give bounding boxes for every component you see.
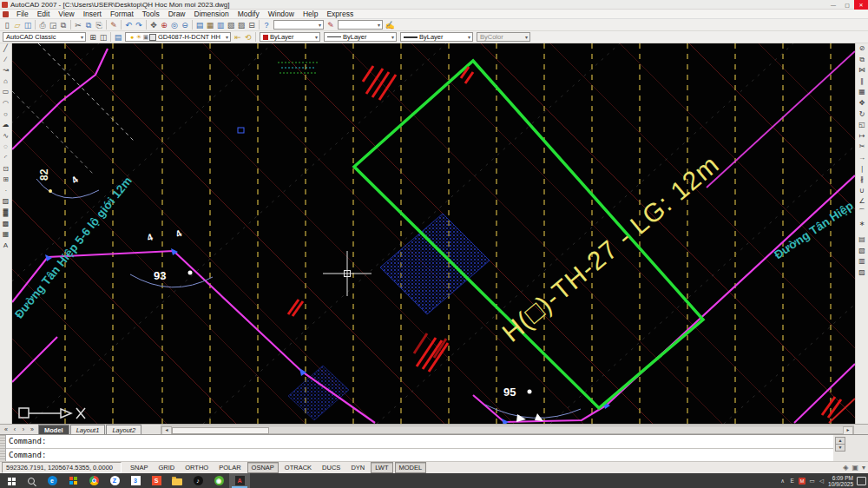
tab-nav-3[interactable]: » (28, 426, 36, 432)
express-pencil-icon[interactable]: ✎ (326, 20, 336, 30)
taskbar-app-3-icon[interactable]: 3 (125, 473, 146, 488)
minimize-button[interactable]: — (826, 0, 840, 10)
workspace-save-icon[interactable]: ◫ (98, 32, 108, 43)
node-label-82[interactable]: 82 (38, 168, 50, 181)
status-toggle-snap[interactable]: SNAP (126, 462, 152, 473)
designcenter-icon[interactable]: ▦ (205, 20, 215, 30)
status-toggle-polar[interactable]: POLAR (214, 462, 245, 473)
hatch-icon[interactable]: ▨ (1, 196, 11, 208)
copy-icon[interactable]: ⧉ (857, 55, 867, 66)
multiline-text-icon[interactable]: A (1, 241, 11, 252)
menu-insert[interactable]: Insert (79, 10, 106, 19)
zoom-window-icon[interactable]: ◎ (169, 20, 180, 30)
road-polyline[interactable] (12, 337, 57, 382)
trim-icon[interactable]: ✂ (857, 142, 867, 153)
zoom-realtime-icon[interactable]: ⊕ (159, 20, 169, 30)
draworder-under-icon[interactable]: ▨ (857, 267, 867, 279)
tab-nav-2[interactable]: › (19, 426, 28, 432)
copy-clip-icon[interactable]: ⧉ (83, 20, 94, 30)
tab-layout2[interactable]: Layout2 (106, 425, 141, 435)
lot-number[interactable]: 4 (146, 231, 155, 243)
draworder-above-icon[interactable]: ▥ (857, 256, 867, 267)
publish-icon[interactable]: ⧉ (58, 20, 69, 30)
tray-m-icon[interactable]: M (799, 478, 806, 485)
taskbar-coc-coc-icon[interactable]: ◉ (208, 473, 229, 488)
redo-icon[interactable]: ↷ (134, 20, 144, 30)
ellipse-arc-icon[interactable]: ◜ (1, 153, 11, 164)
menu-view[interactable]: View (54, 10, 78, 19)
layer-on-bulb-icon[interactable]: ● (128, 33, 135, 41)
taskbar-search-icon[interactable] (21, 473, 42, 488)
express-edit-icon[interactable]: ✍ (385, 20, 395, 30)
tray-volume-icon[interactable]: ◁ (819, 477, 825, 485)
status-toggle-ortho[interactable]: ORTHO (181, 462, 213, 473)
status-tray-menu-icon[interactable]: ▾ (862, 464, 865, 472)
match-properties-icon[interactable]: ✎ (108, 20, 119, 30)
explode-icon[interactable]: ∗ (857, 219, 867, 230)
taskbar-zalo-icon[interactable]: Z (104, 473, 125, 488)
cut-icon[interactable]: ✂ (73, 20, 83, 30)
join-icon[interactable]: ∪ (857, 186, 867, 197)
tray-expand-icon[interactable]: ∧ (779, 477, 786, 485)
taskbar-tiktok-icon[interactable]: ♪ (187, 473, 208, 488)
parcel-outline[interactable] (354, 61, 703, 408)
workspace-settings-icon[interactable]: ⊞ (88, 32, 98, 43)
status-toggle-osnap[interactable]: OSNAP (247, 462, 279, 473)
rectangle-icon[interactable]: ▭ (1, 87, 11, 98)
offset-icon[interactable]: ∥ (857, 76, 867, 88)
make-layer-current-icon[interactable]: ⇤ (233, 32, 243, 43)
undo-icon[interactable]: ↶ (123, 20, 134, 30)
status-toggle-dyn[interactable]: DYN (346, 462, 369, 473)
markup-icon[interactable]: ▨ (236, 20, 247, 30)
taskbar-microsoft-365-icon[interactable] (62, 473, 83, 488)
draworder-back-icon[interactable]: ▧ (857, 246, 867, 257)
menu-tools[interactable]: Tools (138, 10, 164, 19)
drawing-canvas[interactable]: 93 95 82 4 4 4 H(□)-TH-27 - LG: 12m Đườn… (12, 43, 855, 424)
drawing-window-icon[interactable] (3, 11, 9, 17)
menu-draw[interactable]: Draw (164, 10, 190, 19)
point-icon[interactable]: ∙ (1, 186, 11, 197)
erase-icon[interactable]: ⊘ (857, 43, 867, 55)
close-button[interactable]: ✕ (854, 0, 868, 10)
road-line[interactable] (794, 364, 855, 423)
layer-combo[interactable]: ● ☀ ▣ GD4087-H-DCNT HH▾ (125, 32, 231, 42)
status-toggle-grid[interactable]: GRID (154, 462, 179, 473)
layer-freeze-sun-icon[interactable]: ☀ (135, 33, 142, 41)
make-block-icon[interactable]: ⊞ (1, 175, 11, 186)
scrollbar-thumb[interactable] (172, 427, 269, 434)
express-combo-2[interactable]: ▾ (338, 20, 383, 30)
polygon-icon[interactable]: ⌂ (1, 76, 11, 88)
array-icon[interactable]: ▦ (857, 87, 867, 98)
open-icon[interactable]: ▱ (12, 20, 23, 30)
scroll-down-icon[interactable]: ▼ (835, 444, 845, 452)
status-toggle-model[interactable]: MODEL (395, 462, 427, 473)
taskbar-file-explorer-icon[interactable] (167, 473, 187, 488)
status-toggle-lwt[interactable]: LWT (371, 462, 392, 473)
revision-cloud-icon[interactable]: ☁ (1, 120, 11, 131)
lineweight-combo[interactable]: ByLayer▾ (400, 32, 473, 42)
workspace-combo[interactable]: AutoCAD Classic▾ (3, 32, 86, 42)
status-toggle-ducs[interactable]: DUCS (318, 462, 345, 473)
status-toggle-otrack[interactable]: OTRACK (280, 462, 316, 473)
fillet-icon[interactable]: ⌒ (857, 208, 867, 219)
taskbar-edge-icon[interactable]: e (42, 473, 62, 488)
break-icon[interactable]: ∦ (857, 175, 867, 186)
taskbar-start-icon[interactable] (0, 473, 21, 488)
taskbar-clock[interactable]: 6:09 PM 10/9/2025 (828, 475, 853, 487)
toolbar-lock-icon[interactable]: ▣ (852, 464, 858, 472)
move-icon[interactable]: ✥ (857, 98, 867, 109)
tab-nav-1[interactable]: ‹ (10, 426, 19, 432)
layer-previous-icon[interactable]: ⟲ (243, 32, 253, 43)
tab-model[interactable]: Model (38, 425, 69, 435)
lot-number[interactable]: 4 (69, 174, 81, 186)
communication-center-icon[interactable]: ◈ (843, 464, 848, 472)
tray-display-icon[interactable]: ▭ (809, 477, 815, 485)
pan-icon[interactable]: ✥ (148, 20, 159, 30)
region-icon[interactable]: ▩ (1, 219, 11, 230)
qnew-icon[interactable]: ▯ (2, 20, 12, 30)
save-icon[interactable]: ◫ (23, 20, 33, 30)
table-icon[interactable]: ▦ (1, 229, 11, 241)
sheet-set-manager-icon[interactable]: ▧ (226, 20, 236, 30)
taskbar-chrome-icon[interactable] (83, 473, 104, 488)
node-label-93[interactable]: 93 (154, 269, 166, 282)
